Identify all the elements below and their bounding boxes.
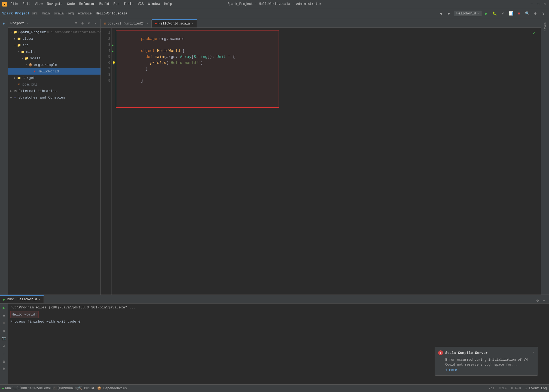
run-soft-wrap-button[interactable]: ⇌ <box>1 343 7 349</box>
notification-error-icon: ! <box>438 350 443 355</box>
maven-label[interactable]: Maven <box>544 20 547 33</box>
menu-tools[interactable]: Tools <box>124 2 133 6</box>
tree-src[interactable]: ▾ 📁 src <box>8 42 100 48</box>
deps-bottom-tab[interactable]: 📦 Dependencies <box>97 386 127 390</box>
close-button[interactable]: ✕ <box>542 2 547 6</box>
code-line-6: } <box>118 60 536 66</box>
tree-org-example[interactable]: ▾ 📦 org.example <box>8 62 100 68</box>
back-button[interactable]: ◀ <box>438 10 444 17</box>
tree-scratches[interactable]: ▶ ✏ Scratches and Consoles <box>8 94 100 101</box>
breadcrumb-example[interactable]: example <box>78 12 91 16</box>
run-scroll-end-button[interactable]: ⬇ <box>1 350 7 357</box>
ext-libs-label: External Libraries <box>19 89 57 93</box>
menu-run[interactable]: Run <box>113 2 119 6</box>
target-label: target <box>22 76 35 80</box>
tree-target[interactable]: ▶ 📁 target <box>8 75 100 81</box>
breadcrumb-file[interactable]: HelloWorld.scala <box>96 12 127 16</box>
menu-build[interactable]: Build <box>99 2 109 6</box>
run-delete-button[interactable]: 🗑 <box>1 366 7 372</box>
run-tab[interactable]: ▶ Run: HelloWorld ✕ <box>0 295 44 303</box>
run-camera-button[interactable]: 📷 <box>1 335 7 342</box>
scratch-icon: ✏ <box>13 95 17 100</box>
menu-help[interactable]: Help <box>164 2 172 6</box>
menu-code[interactable]: Code <box>67 2 75 6</box>
status-message-text: All files are up-to-date (moments ago) <box>8 386 83 390</box>
tree-idea[interactable]: ▶ 📁 .idea <box>8 35 100 42</box>
hw-tab-close[interactable]: ✕ <box>191 22 193 25</box>
tab-pom[interactable]: m pom.xml (untitled2) ✕ <box>101 20 152 27</box>
project-dropdown-icon[interactable]: ▾ <box>26 22 28 25</box>
run-play-button[interactable]: ▶ <box>1 305 7 311</box>
code-line-4: def main(args: Array[String]): Unit = { <box>118 48 536 54</box>
locate-file-button[interactable]: ◎ <box>80 21 85 26</box>
menu-edit[interactable]: Edit <box>23 2 30 6</box>
panel-tools: ⊟ ◎ ⚙ ✕ <box>73 21 98 26</box>
title-bar: J File Edit View Navigate Code Refactor … <box>0 0 549 8</box>
tree-external-libs[interactable]: ▶ 🗂 External Libraries <box>8 88 100 94</box>
coverage-button[interactable]: ⚡ <box>499 10 506 17</box>
src-expand-icon: ▾ <box>13 43 17 47</box>
tree-scala[interactable]: ▾ 📁 scala <box>8 55 100 62</box>
code-line-3: object HelloWorld { <box>118 42 536 48</box>
forward-button[interactable]: ▶ <box>446 10 452 17</box>
run-tab-close[interactable]: ✕ <box>39 298 40 301</box>
menu-navigate[interactable]: Navigate <box>47 2 63 6</box>
menu-file[interactable]: File <box>10 2 18 6</box>
stop-button[interactable]: ■ <box>516 10 522 17</box>
breadcrumb-scala[interactable]: scala <box>54 12 64 16</box>
hide-panel-button[interactable]: ✕ <box>93 21 98 26</box>
tree-helloworld[interactable]: ▶ ● HelloWorld <box>8 68 100 75</box>
project-view-icon[interactable]: P <box>1 20 8 27</box>
breadcrumb-src[interactable]: src <box>32 12 38 16</box>
scratches-label: Scratches and Consoles <box>19 96 65 100</box>
run-configuration[interactable]: HelloWorld ▾ <box>454 11 481 16</box>
tree-root[interactable]: ▾ 📁 Spark_Project C:\Users\Administrator… <box>8 29 100 35</box>
breadcrumb-main[interactable]: main <box>42 12 50 16</box>
tab-helloworld[interactable]: ● HelloWorld.scala ✕ <box>152 19 197 27</box>
run-exit-line: Process finished with exit code 0 <box>10 319 547 325</box>
run-cmd-line: "C:\Program Files (x86)\Java\jdk1.8.0_30… <box>10 305 547 311</box>
hw-tab-icon: ● <box>155 22 157 26</box>
tree-pom[interactable]: ▶ m pom.xml <box>8 81 100 88</box>
menu-view[interactable]: View <box>35 2 43 6</box>
main-label: main <box>26 50 35 54</box>
line-endings: CRLF <box>499 387 507 390</box>
run-settings-button[interactable]: ⚙ <box>535 298 540 303</box>
minimize-button[interactable]: ─ <box>529 2 534 6</box>
notification-more[interactable]: 1 more <box>438 368 535 372</box>
run-tools-button[interactable]: ⚙ <box>1 327 7 334</box>
menu-refactor[interactable]: Refactor <box>79 2 95 6</box>
src-folder-icon: 📁 <box>17 43 21 47</box>
breadcrumb-org[interactable]: org <box>68 12 74 16</box>
idea-label: .idea <box>22 37 33 41</box>
maximize-button[interactable]: □ <box>536 2 540 6</box>
notification-chevron-icon[interactable]: › <box>532 350 535 354</box>
helloworld-label: HelloWorld <box>38 69 59 74</box>
menu-window[interactable]: Window <box>148 2 160 6</box>
event-log-button[interactable]: ⚠ Event Log <box>525 386 547 390</box>
search-icon[interactable]: 🔍 <box>524 10 530 17</box>
tree-main[interactable]: ▾ 📁 main <box>8 48 100 55</box>
pom-tab-close[interactable]: ✕ <box>147 22 148 25</box>
panel-settings-button[interactable]: ⚙ <box>86 21 92 26</box>
run-button[interactable]: ▶ <box>483 10 490 17</box>
idea-expand-icon: ▶ <box>13 37 17 41</box>
collapse-all-button[interactable]: ⊟ <box>73 21 79 26</box>
code-line-7 <box>118 66 536 72</box>
run-stop-button[interactable]: ■ <box>1 320 7 326</box>
debug-button[interactable]: 🐛 <box>491 10 498 17</box>
tab-bar: m pom.xml (untitled2) ✕ ● HelloWorld.sca… <box>101 19 541 28</box>
run-rerun-button[interactable]: ↺ <box>1 312 7 319</box>
settings-icon[interactable]: ⚙ <box>532 10 539 17</box>
code-line-5: println("Hello world!") <box>118 54 536 60</box>
help-icon[interactable]: ? <box>540 10 547 17</box>
menu-vcs[interactable]: VCS <box>138 2 144 6</box>
profile-button[interactable]: 📊 <box>508 10 514 17</box>
window-title: Spark_Project - HelloWorld.scala - Admin… <box>227 2 322 6</box>
project-label: Spark_Project <box>2 11 30 16</box>
root-folder-icon: 📁 <box>13 30 17 34</box>
ext-expand-icon: ▶ <box>9 89 13 93</box>
run-print-button[interactable]: 🖨 <box>1 358 7 365</box>
run-minimize-button[interactable]: ─ <box>541 298 547 303</box>
run-tab-label: Run: <box>7 298 15 301</box>
